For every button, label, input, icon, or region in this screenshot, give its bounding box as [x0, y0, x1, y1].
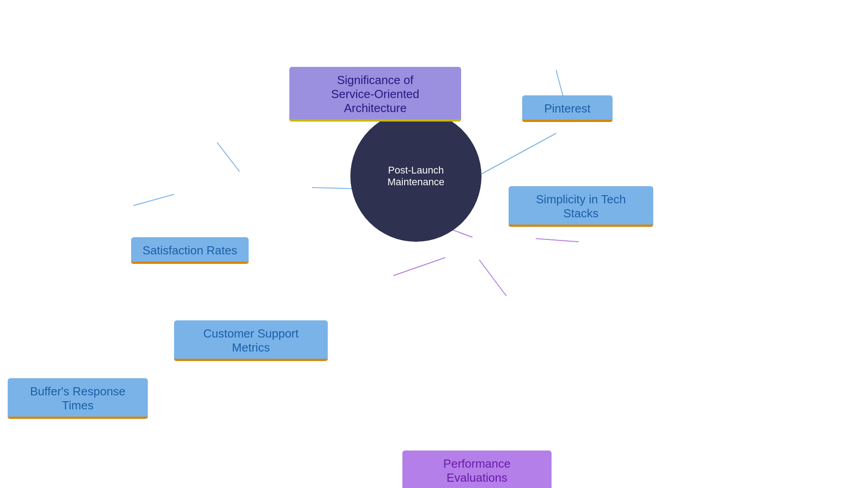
svg-line-5	[133, 194, 174, 206]
svg-line-8	[393, 258, 445, 276]
satisfaction-label: Satisfaction Rates	[142, 244, 237, 257]
simplicity-label: Simplicity in Tech Stacks	[536, 192, 626, 220]
significance-node[interactable]: Significance ofService-Oriented Architec…	[289, 67, 461, 122]
pinterest-label: Pinterest	[544, 102, 591, 115]
center-node[interactable]: Post-Launch Maintenance	[350, 111, 481, 242]
simplicity-node[interactable]: Simplicity in Tech Stacks	[509, 186, 653, 227]
center-label: Post-Launch Maintenance	[359, 164, 472, 188]
svg-line-7	[536, 239, 579, 242]
performance-label: Performance Evaluations	[443, 457, 511, 484]
svg-line-4	[217, 142, 240, 172]
significance-label: Significance ofService-Oriented Architec…	[331, 73, 419, 115]
buffer-label: Buffer's Response Times	[30, 385, 125, 412]
performance-node[interactable]: Performance Evaluations	[402, 450, 552, 488]
svg-line-2	[481, 133, 556, 174]
customer-label: Customer Support Metrics	[203, 327, 299, 354]
pinterest-node[interactable]: Pinterest	[522, 95, 613, 122]
svg-line-9	[479, 260, 506, 296]
customer-support-node[interactable]: Customer Support Metrics	[174, 320, 328, 361]
buffer-node[interactable]: Buffer's Response Times	[8, 378, 148, 419]
satisfaction-node[interactable]: Satisfaction Rates	[131, 237, 249, 264]
